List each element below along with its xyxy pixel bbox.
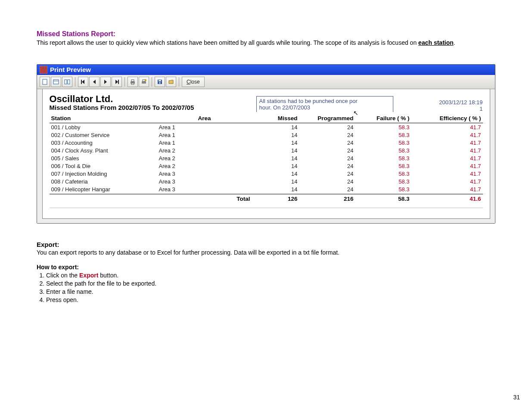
svg-rect-19 <box>159 82 161 84</box>
cell-failure: 58.3 <box>355 147 411 154</box>
print-button[interactable] <box>128 77 138 87</box>
cell-missed: 14 <box>252 131 299 139</box>
cell-area: Area 3 <box>157 170 252 177</box>
cell-efficiency: 41.7 <box>411 162 483 170</box>
col-failure: Failure ( % ) <box>355 115 411 122</box>
export-title: Export: <box>37 241 495 248</box>
svg-rect-14 <box>142 81 146 84</box>
cell-station: 004 / Clock Assy. Plant <box>50 147 157 154</box>
window-title: Print Preview <box>50 66 91 73</box>
report-page-number: 1 <box>397 106 483 112</box>
window-titlebar: Print Preview <box>37 65 495 75</box>
close-button[interactable]: Close <box>182 77 205 87</box>
view-multi-page-button[interactable] <box>62 77 72 87</box>
toolbar-separator <box>152 77 152 87</box>
cell-station: 005 / Sales <box>50 155 157 162</box>
cell-missed: 14 <box>252 139 299 146</box>
cell-efficiency: 41.7 <box>411 124 483 131</box>
cell-efficiency: 41.7 <box>411 170 483 177</box>
cell-programmed: 24 <box>299 170 355 177</box>
print-setup-button[interactable] <box>139 77 149 87</box>
cell-programmed: 24 <box>299 131 355 139</box>
svg-marker-9 <box>115 80 118 84</box>
total-failure: 58.3 <box>355 195 411 202</box>
howto-list: Click on the Export button. Select the p… <box>37 271 495 304</box>
cell-missed: 14 <box>252 147 299 154</box>
export-section: Export: You can export reports to any da… <box>37 241 495 256</box>
intro-underlined: each station <box>418 39 454 46</box>
cell-area: Area 1 <box>157 124 252 131</box>
cell-area: Area 1 <box>157 131 252 139</box>
print-preview-window: Print Preview <box>37 64 495 224</box>
col-missed: Missed <box>252 115 299 122</box>
view-whole-page-button[interactable] <box>40 77 50 87</box>
table-row: 002 / Customer ServiceArea 1142458.341.7 <box>50 131 483 139</box>
toolbar: Close <box>37 75 495 89</box>
cell-failure: 58.3 <box>355 186 411 193</box>
section-title: Missed Stations Report: <box>37 30 495 38</box>
cell-station: 006 / Tool & Die <box>50 162 157 170</box>
cell-efficiency: 41.7 <box>411 139 483 146</box>
report-page: Oscillator Ltd. Missed Stations From 200… <box>42 89 490 219</box>
cell-programmed: 24 <box>299 178 355 185</box>
first-page-button[interactable] <box>78 77 88 87</box>
toolbar-separator <box>179 77 179 87</box>
cell-programmed: 24 <box>299 147 355 154</box>
cell-efficiency: 41.7 <box>411 147 483 154</box>
report-header: Oscillator Ltd. Missed Stations From 200… <box>50 93 483 112</box>
cell-failure: 58.3 <box>355 139 411 146</box>
table-row: 003 / AccountingArea 1142458.341.7 <box>50 139 483 146</box>
howto-step-4: Press open. <box>46 296 495 304</box>
note-line-1: All stations had to be punched once por <box>259 98 390 104</box>
intro-text: This report allows the user to quickly v… <box>37 39 495 47</box>
step1-highlight: Export <box>79 272 98 279</box>
cell-programmed: 24 <box>299 162 355 170</box>
toolbar-separator <box>124 77 125 87</box>
howto-step-2: Select the path for the file to be expor… <box>46 280 495 288</box>
svg-point-16 <box>145 79 146 81</box>
col-efficiency: Efficiency ( % ) <box>411 115 483 122</box>
cell-area: Area 3 <box>157 186 252 193</box>
intro-before: This report allows the user to quickly v… <box>37 39 418 46</box>
howto-step-1: Click on the Export button. <box>46 271 495 280</box>
view-page-width-button[interactable] <box>51 77 61 87</box>
svg-rect-4 <box>68 80 70 84</box>
cell-programmed: 24 <box>299 186 355 193</box>
step1-after: button. <box>98 272 118 279</box>
total-programmed: 216 <box>299 195 355 202</box>
intro-after: . <box>454 39 455 46</box>
cell-failure: 58.3 <box>355 155 411 162</box>
cell-missed: 14 <box>252 162 299 170</box>
cell-efficiency: 41.7 <box>411 131 483 139</box>
last-page-button[interactable] <box>112 77 122 87</box>
cell-area: Area 1 <box>157 139 252 146</box>
table-header-row: Station Area Missed Programmed Failure (… <box>50 112 483 123</box>
cell-missed: 14 <box>252 186 299 193</box>
prev-page-button[interactable] <box>89 77 100 87</box>
report-timestamp: 2003/12/12 18:19 <box>397 99 483 106</box>
svg-rect-1 <box>53 80 59 84</box>
cell-programmed: 24 <box>299 124 355 131</box>
close-label: lose <box>190 79 200 85</box>
cell-station: 001 / Lobby <box>50 124 157 131</box>
table-body: 001 / LobbyArea 1142458.341.7002 / Custo… <box>50 123 483 193</box>
cell-failure: 58.3 <box>355 124 411 131</box>
cell-station: 002 / Customer Service <box>50 131 157 139</box>
cell-station: 009 / Helicopter Hangar <box>50 186 157 193</box>
howto-section: How to export: Click on the Export butto… <box>37 264 495 304</box>
cell-missed: 14 <box>252 124 299 131</box>
open-button[interactable] <box>166 77 176 87</box>
total-missed: 126 <box>252 195 299 202</box>
cell-area: Area 3 <box>157 178 252 185</box>
preview-area: Oscillator Ltd. Missed Stations From 200… <box>37 89 495 223</box>
cell-efficiency: 41.7 <box>411 186 483 193</box>
cell-failure: 58.3 <box>355 162 411 170</box>
cell-missed: 14 <box>252 178 299 185</box>
cell-missed: 14 <box>252 170 299 177</box>
svg-marker-8 <box>104 80 107 84</box>
save-button[interactable] <box>155 77 165 87</box>
howto-title: How to export: <box>37 264 495 271</box>
svg-rect-10 <box>118 80 119 84</box>
next-page-button[interactable] <box>100 77 111 87</box>
table-row: 005 / SalesArea 2142458.341.7 <box>50 154 483 162</box>
